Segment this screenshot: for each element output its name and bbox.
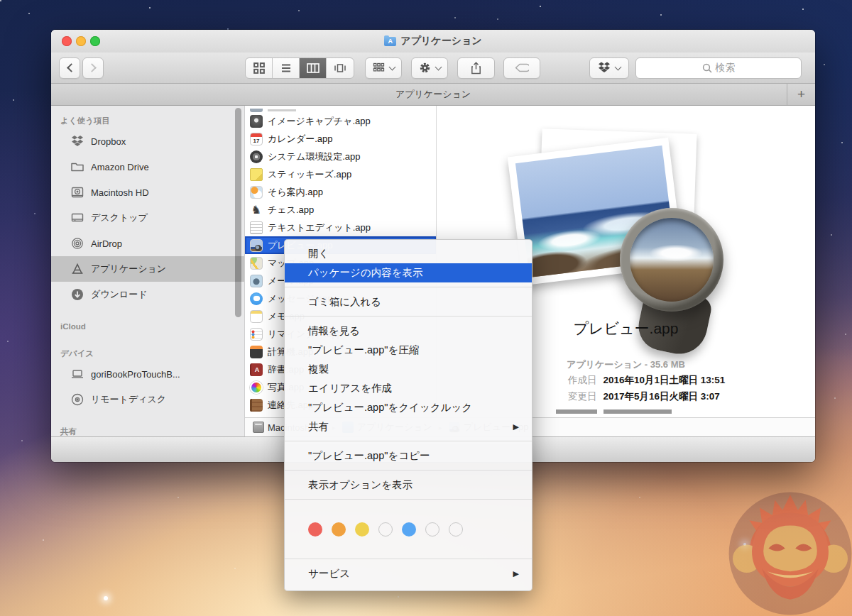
sidebar: よく使う項目 Dropbox Amazon Drive Macintosh HD…: [51, 106, 245, 436]
menu-item-show-view-options[interactable]: 表示オプションを表示: [285, 475, 532, 495]
sidebar-scrollbar[interactable]: [235, 108, 241, 317]
file-row[interactable]: そら案内.app: [245, 183, 436, 201]
mail-icon: [250, 275, 263, 287]
icon-view-button[interactable]: [246, 58, 273, 78]
menu-item-move-to-trash[interactable]: ゴミ箱に入れる: [285, 292, 532, 312]
photos-icon: [250, 381, 263, 394]
tag-yellow[interactable]: [355, 522, 369, 537]
close-button[interactable]: [62, 36, 72, 46]
menu-item-compress[interactable]: "プレビュー.app"を圧縮: [285, 341, 532, 360]
search-field[interactable]: 検索: [635, 57, 802, 79]
window-title: A アプリケーション: [384, 35, 481, 48]
sidebar-item-goribookpro[interactable]: goriBookProTouchB...: [51, 361, 244, 387]
tag-orange[interactable]: [332, 522, 346, 537]
tag-none[interactable]: [378, 522, 393, 537]
coverflow-view-button[interactable]: [327, 58, 354, 78]
contacts-icon: [250, 399, 263, 412]
file-row[interactable]: テキストエディット.app: [245, 219, 436, 236]
tag-none[interactable]: [425, 522, 439, 537]
file-row[interactable]: スティッキーズ.app: [245, 165, 436, 183]
harddisk-icon: [70, 185, 84, 199]
sidebar-item-desktop[interactable]: デスクトップ: [51, 205, 244, 231]
back-button[interactable]: [59, 57, 80, 79]
menu-separator: [285, 470, 532, 471]
toolbar: 検索: [51, 53, 815, 84]
zoom-button[interactable]: [90, 36, 100, 46]
downloads-icon: [70, 287, 84, 302]
chevron-left-icon: [67, 63, 76, 72]
preview-app-icon: [250, 239, 263, 252]
menu-item-duplicate[interactable]: 複製: [285, 360, 532, 379]
sidebar-item-downloads[interactable]: ダウンロード: [51, 282, 244, 307]
search-placeholder: 検索: [716, 62, 736, 75]
chevron-right-icon: [87, 63, 97, 72]
applications-folder-icon[interactable]: A: [384, 37, 396, 46]
dropbox-toolbar-button[interactable]: [589, 57, 629, 79]
sidebar-item-amazon-drive[interactable]: Amazon Drive: [51, 154, 244, 180]
context-menu: 開く パッケージの内容を表示 ゴミ箱に入れる 情報を見る "プレビュー.app"…: [284, 239, 532, 591]
file-row[interactable]: ♞チェス.app: [245, 201, 436, 219]
minimize-button[interactable]: [76, 36, 86, 46]
chess-icon: ♞: [250, 204, 263, 216]
titlebar[interactable]: A アプリケーション: [51, 30, 815, 53]
list-view-button[interactable]: [273, 58, 300, 78]
menu-separator: [285, 499, 532, 500]
sidebar-item-airdrop[interactable]: AirDrop: [51, 231, 244, 256]
reminders-icon: [250, 328, 263, 341]
tab-bar: アプリケーション +: [51, 84, 815, 106]
chevron-down-icon: [435, 63, 442, 70]
tag-blue[interactable]: [402, 522, 416, 537]
clipped-row: [245, 106, 436, 112]
tag-icon: [515, 63, 529, 72]
sidebar-item-remote-disc[interactable]: リモートディスク: [51, 387, 244, 412]
menu-item-copy[interactable]: "プレビュー.app"をコピー: [285, 446, 532, 466]
loupe-icon: [620, 208, 723, 312]
search-icon: [702, 63, 712, 73]
menu-item-make-alias[interactable]: エイリアスを作成: [285, 379, 532, 398]
tab-applications[interactable]: アプリケーション: [395, 88, 471, 101]
harddisk-icon: [253, 422, 264, 433]
share-icon: [471, 62, 481, 75]
sidebar-item-dropbox[interactable]: Dropbox: [51, 128, 244, 154]
gear-icon: [419, 62, 431, 74]
calculator-icon: [250, 346, 263, 358]
menu-separator: [285, 441, 532, 441]
share-button[interactable]: [457, 57, 495, 79]
sidebar-header-favorites: よく使う項目: [51, 113, 244, 128]
new-tab-button[interactable]: +: [787, 84, 815, 105]
notes-icon: [250, 310, 263, 323]
submenu-arrow-icon: ▶: [513, 417, 519, 436]
column-view-button[interactable]: [300, 58, 327, 78]
sidebar-header-devices: デバイス: [51, 346, 244, 361]
tag-none[interactable]: [449, 522, 463, 537]
tag-red[interactable]: [308, 522, 322, 537]
image-capture-icon: [250, 115, 263, 128]
maps-icon: [250, 257, 263, 270]
sidebar-header-icloud: iCloud: [51, 319, 244, 334]
menu-item-show-package-contents[interactable]: パッケージの内容を表示: [285, 263, 532, 282]
forward-button[interactable]: [82, 57, 104, 79]
file-row[interactable]: 17カレンダー.app: [245, 130, 436, 148]
menu-item-get-info[interactable]: 情報を見る: [285, 321, 532, 341]
textedit-icon: [250, 221, 263, 234]
menu-item-quick-look[interactable]: "プレビュー.app"をクイックルック: [285, 398, 532, 417]
chevron-down-icon: [615, 63, 622, 70]
dictionary-icon: A: [250, 363, 263, 376]
menu-item-open[interactable]: 開く: [285, 244, 532, 263]
modified-value: 2017年5月16日火曜日 3:07: [604, 390, 720, 403]
menu-item-services[interactable]: サービス▶: [285, 564, 532, 583]
sidebar-item-applications[interactable]: アプリケーション: [51, 256, 244, 282]
menu-item-share[interactable]: 共有▶: [285, 417, 532, 436]
airdrop-icon: [70, 236, 84, 251]
sidebar-item-macintosh-hd[interactable]: Macintosh HD: [51, 180, 244, 205]
action-button[interactable]: [411, 57, 448, 79]
arrange-icon: [373, 62, 385, 73]
file-row[interactable]: イメージキャプチャ.app: [245, 112, 436, 130]
gori-me-monkey-logo: [726, 490, 852, 616]
menu-separator: [285, 559, 532, 559]
weather-app-icon: [250, 186, 263, 199]
tag-button[interactable]: [503, 57, 540, 79]
created-value: 2016年10月1日土曜日 13:51: [604, 374, 726, 387]
arrange-button[interactable]: [365, 57, 402, 79]
file-row[interactable]: システム環境設定.app: [245, 148, 436, 165]
